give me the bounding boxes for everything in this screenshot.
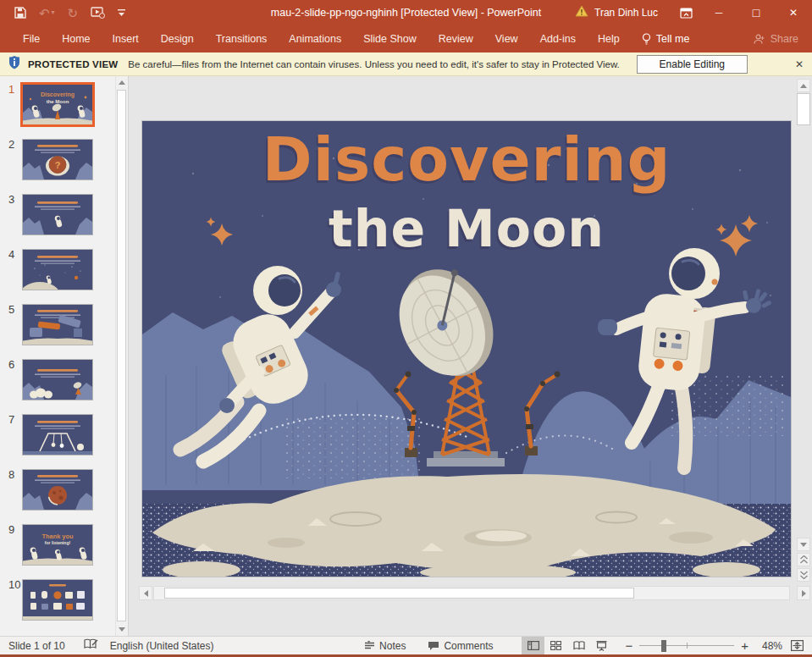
- panel-scroll-thumb[interactable]: [117, 90, 126, 621]
- zoom-slider[interactable]: [639, 640, 734, 652]
- reading-view-button[interactable]: [567, 637, 590, 654]
- horizontal-scrollbar[interactable]: [153, 586, 790, 600]
- panel-scroll-down-icon[interactable]: [116, 623, 128, 636]
- ribbon-display-options-icon[interactable]: [671, 0, 700, 25]
- maximize-button[interactable]: □: [737, 0, 775, 25]
- title-bar: ↶▾ ↻ mau-2-slide-pp-ngo-nghinh [Protecte…: [0, 0, 812, 25]
- slide-title-line2[interactable]: the Moon: [142, 202, 791, 256]
- user-name: Tran Dinh Luc: [594, 7, 658, 19]
- horizontal-scroll-thumb[interactable]: [164, 588, 634, 599]
- notes-button[interactable]: Notes: [364, 640, 406, 652]
- svg-text:Discovering: Discovering: [41, 91, 75, 98]
- slide-number: 9: [0, 522, 22, 577]
- slide-thumbnail-5[interactable]: 5: [0, 302, 128, 357]
- notes-icon: [364, 641, 375, 651]
- slide-thumbnail-6[interactable]: 6: [0, 357, 128, 412]
- undo-icon[interactable]: ↶▾: [39, 7, 55, 19]
- slide-thumbnail-1[interactable]: 1Discoveringthe Moon: [0, 82, 128, 137]
- slideshow-view-button[interactable]: [590, 637, 613, 654]
- tab-add-ins[interactable]: Add-ins: [529, 25, 587, 52]
- window-title: mau-2-slide-pp-ngo-nghinh [Protected Vie…: [271, 7, 541, 19]
- vertical-scrollbar[interactable]: [797, 79, 810, 584]
- slide-thumbnail-9[interactable]: 9Thank youfor listening!: [0, 522, 128, 577]
- panel-scroll-up-icon[interactable]: [116, 76, 128, 89]
- warning-icon: [575, 5, 588, 20]
- slide-1[interactable]: Discovering the Moon: [142, 121, 791, 577]
- thumbnail-preview[interactable]: [22, 249, 93, 290]
- thumbnail-preview[interactable]: [22, 194, 93, 235]
- tab-review[interactable]: Review: [428, 25, 484, 52]
- tab-slide-show[interactable]: Slide Show: [352, 25, 428, 52]
- tab-home[interactable]: Home: [51, 25, 101, 52]
- slide-number: 6: [0, 357, 22, 412]
- fit-slide-to-window-button[interactable]: [791, 640, 804, 651]
- status-bar: Slide 1 of 10 English (United States) No…: [0, 636, 812, 657]
- previous-slide-button[interactable]: [797, 553, 810, 566]
- qat-customize-icon[interactable]: [118, 8, 125, 17]
- thumbnail-preview[interactable]: [22, 579, 93, 621]
- ribbon-tabs: FileHomeInsertDesignTransitionsAnimation…: [0, 25, 812, 52]
- slide-number: 8: [0, 467, 22, 522]
- quick-access-toolbar: ↶▾ ↻: [0, 7, 125, 19]
- tab-file[interactable]: File: [12, 25, 51, 52]
- svg-text:?: ?: [55, 160, 61, 170]
- app-window: ↶▾ ↻ mau-2-slide-pp-ngo-nghinh [Protecte…: [0, 0, 812, 657]
- thumbnail-preview[interactable]: [22, 359, 93, 400]
- comments-button[interactable]: Comments: [428, 640, 493, 652]
- zoom-slider-thumb[interactable]: [661, 640, 666, 652]
- thumbnail-panel-scrollbar[interactable]: [115, 76, 128, 636]
- language-status[interactable]: English (United States): [110, 640, 214, 652]
- thumbnail-preview[interactable]: [22, 414, 93, 455]
- share-button[interactable]: Share: [754, 33, 798, 45]
- svg-text:the Moon: the Moon: [47, 99, 69, 104]
- tab-help[interactable]: Help: [587, 25, 631, 52]
- slide-number: 5: [0, 302, 22, 357]
- thumbnail-preview[interactable]: [22, 469, 93, 511]
- slide-thumbnail-4[interactable]: 4: [0, 247, 128, 302]
- zoom-percentage[interactable]: 48%: [757, 640, 782, 652]
- tab-view[interactable]: View: [484, 25, 529, 52]
- slide-thumbnail-8[interactable]: 8: [0, 467, 128, 522]
- thumbnail-preview[interactable]: [22, 304, 93, 345]
- slide-thumbnail-3[interactable]: 3: [0, 192, 128, 247]
- slide-sorter-view-button[interactable]: [544, 637, 567, 654]
- scroll-up-icon[interactable]: [797, 79, 810, 92]
- start-slideshow-icon[interactable]: [91, 7, 105, 19]
- save-icon[interactable]: [14, 7, 26, 19]
- thumbnail-preview[interactable]: Discoveringthe Moon: [20, 82, 95, 127]
- slide-thumbnail-panel: 1Discoveringthe Moon2?3456789Thank youfo…: [0, 76, 129, 636]
- slide-thumbnail-10[interactable]: 10: [0, 577, 128, 632]
- vertical-scroll-thumb[interactable]: [797, 93, 810, 125]
- thumbnail-preview[interactable]: ?: [22, 139, 93, 180]
- slide-number: 4: [0, 247, 22, 302]
- slide-thumbnail-7[interactable]: 7: [0, 412, 128, 467]
- tab-animations[interactable]: Animations: [278, 25, 352, 52]
- tell-me-button[interactable]: Tell me: [631, 25, 701, 52]
- proofing-icon[interactable]: [84, 638, 98, 653]
- zoom-out-button[interactable]: −: [625, 639, 632, 652]
- scroll-right-icon[interactable]: [797, 586, 810, 600]
- slide-number: 2: [0, 137, 22, 192]
- next-slide-button[interactable]: [797, 568, 810, 582]
- close-button[interactable]: ✕: [775, 0, 812, 25]
- redo-icon[interactable]: ↻: [68, 7, 79, 19]
- scroll-down-icon[interactable]: [797, 538, 810, 551]
- normal-view-button[interactable]: [522, 637, 544, 654]
- enable-editing-button[interactable]: Enable Editing: [637, 55, 748, 74]
- slide-indicator: Slide 1 of 10: [8, 640, 65, 652]
- tab-transitions[interactable]: Transitions: [205, 25, 279, 52]
- zoom-in-button[interactable]: +: [741, 639, 748, 652]
- scroll-left-icon[interactable]: [139, 586, 152, 600]
- slide-number: 3: [0, 192, 22, 247]
- minimize-button[interactable]: ─: [700, 0, 737, 25]
- tab-insert[interactable]: Insert: [102, 25, 150, 52]
- banner-close-icon[interactable]: ✕: [795, 52, 804, 76]
- slide-thumbnail-2[interactable]: 2?: [0, 137, 128, 192]
- slide-canvas: Discovering the Moon: [129, 76, 812, 636]
- protected-view-label: PROTECTED VIEW: [28, 59, 118, 69]
- tab-design[interactable]: Design: [150, 25, 205, 52]
- slide-number: 7: [0, 412, 22, 467]
- slide-title-line1[interactable]: Discovering: [142, 129, 791, 192]
- thumbnail-preview[interactable]: Thank youfor listening!: [22, 524, 93, 566]
- slide-number: 1: [0, 82, 22, 137]
